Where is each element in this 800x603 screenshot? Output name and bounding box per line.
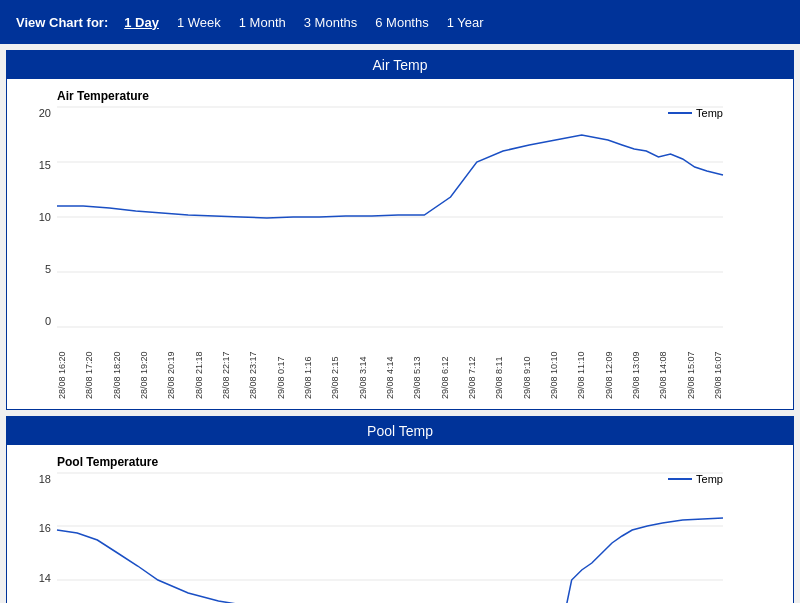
x-label: 28/08 21:18: [194, 329, 204, 399]
x-label: 28/08 18:20: [112, 329, 122, 399]
x-label: 29/08 5:13: [412, 329, 422, 399]
air-temp-svg: [57, 107, 723, 327]
x-label: 29/08 15:07: [686, 329, 696, 399]
pool-temp-chart-subtitle: Pool Temperature: [57, 455, 783, 469]
x-label: 29/08 3:14: [358, 329, 368, 399]
pool-temp-legend-label: Temp: [696, 473, 723, 485]
air-temp-panel: Air Temp Air Temperature 20 15 10 5 0 Te…: [6, 50, 794, 410]
air-temp-legend-line: [668, 112, 692, 114]
x-label: 29/08 11:10: [576, 329, 586, 399]
pool-temp-legend: Temp: [668, 473, 723, 485]
x-label: 29/08 2:15: [330, 329, 340, 399]
time-link-1day[interactable]: 1 Day: [118, 13, 165, 32]
x-label: 28/08 19:20: [139, 329, 149, 399]
x-label: 29/08 0:17: [276, 329, 286, 399]
x-label: 29/08 8:11: [494, 329, 504, 399]
pool-temp-panel: Pool Temp Pool Temperature 18 16 14 12 T…: [6, 416, 794, 603]
air-temp-chart-area: Air Temperature 20 15 10 5 0 Temp: [7, 79, 793, 409]
pool-temp-y-axis: 18 16 14 12: [17, 473, 55, 603]
x-label: 29/08 7:12: [467, 329, 477, 399]
time-link-1year[interactable]: 1 Year: [441, 13, 490, 32]
x-label: 29/08 1:16: [303, 329, 313, 399]
air-temp-x-axis: 28/08 16:2028/08 17:2028/08 18:2028/08 1…: [57, 329, 723, 399]
x-label: 28/08 17:20: [84, 329, 94, 399]
pool-temp-chart-container: Temp: [57, 473, 723, 603]
x-label: 28/08 16:20: [57, 329, 67, 399]
x-label: 29/08 10:10: [549, 329, 559, 399]
x-label: 29/08 13:09: [631, 329, 641, 399]
pool-temp-title: Pool Temp: [7, 417, 793, 445]
time-link-3months[interactable]: 3 Months: [298, 13, 363, 32]
air-temp-y-axis: 20 15 10 5 0: [17, 107, 55, 327]
x-label: 28/08 22:17: [221, 329, 231, 399]
pool-temp-svg: [57, 473, 723, 603]
x-label: 29/08 16:07: [713, 329, 723, 399]
x-label: 29/08 14:08: [658, 329, 668, 399]
air-temp-legend-label: Temp: [696, 107, 723, 119]
air-temp-title: Air Temp: [7, 51, 793, 79]
top-bar: View Chart for: 1 Day 1 Week 1 Month 3 M…: [0, 0, 800, 44]
time-link-6months[interactable]: 6 Months: [369, 13, 434, 32]
x-label: 28/08 23:17: [248, 329, 258, 399]
pool-temp-chart-area: Pool Temperature 18 16 14 12 Temp: [7, 445, 793, 603]
x-label: 28/08 20:19: [166, 329, 176, 399]
time-link-1month[interactable]: 1 Month: [233, 13, 292, 32]
air-temp-chart-subtitle: Air Temperature: [57, 89, 783, 103]
x-label: 29/08 12:09: [604, 329, 614, 399]
air-temp-chart-container: Temp: [57, 107, 723, 327]
x-label: 29/08 4:14: [385, 329, 395, 399]
x-label: 29/08 9:10: [522, 329, 532, 399]
pool-temp-legend-line: [668, 478, 692, 480]
view-chart-label: View Chart for:: [16, 15, 108, 30]
time-link-1week[interactable]: 1 Week: [171, 13, 227, 32]
x-label: 29/08 6:12: [440, 329, 450, 399]
air-temp-legend: Temp: [668, 107, 723, 119]
